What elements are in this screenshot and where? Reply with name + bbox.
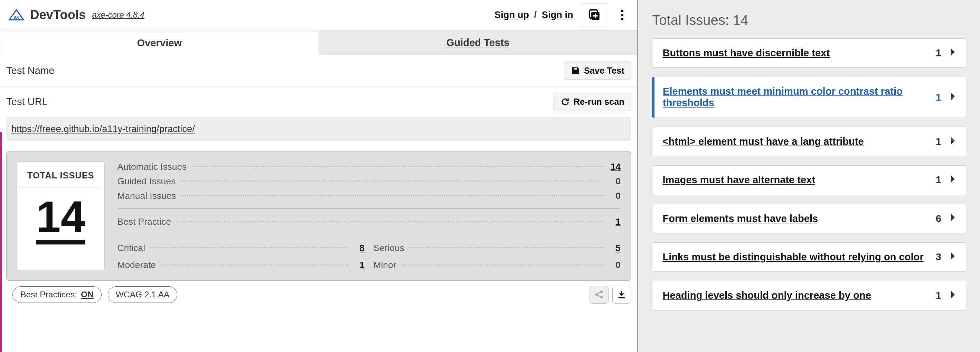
test-url-row: Test URL Re-run scan — [0, 86, 637, 117]
issue-title[interactable]: Heading levels should only increase by o… — [662, 290, 871, 301]
stat-row: Minor0 — [373, 260, 620, 271]
download-button[interactable] — [612, 286, 632, 304]
save-test-button[interactable]: Save Test — [564, 62, 631, 80]
issue-count: 1 — [936, 92, 941, 103]
stats-row-severity-2: Moderate1Minor0 — [117, 260, 620, 271]
stats-group-best-practice: Best Practice1 — [117, 217, 620, 227]
rerun-scan-button[interactable]: Re-run scan — [554, 93, 631, 111]
auth-separator: / — [534, 10, 537, 21]
svg-point-3 — [621, 10, 624, 12]
stat-value[interactable]: 1 — [353, 260, 364, 271]
app-subtitle[interactable]: axe-core 4.8.4 — [92, 10, 145, 20]
chevron-right-icon — [950, 213, 956, 224]
issue-row[interactable]: Links must be distinguishable without re… — [652, 242, 966, 272]
stats-row-severity-1: Critical8Serious5 — [117, 243, 620, 253]
stat-label: Serious — [373, 243, 404, 253]
save-test-button-label: Save Test — [584, 66, 624, 76]
svg-text:ax: ax — [14, 14, 19, 20]
stat-dots — [150, 247, 348, 248]
stat-row: Serious5 — [373, 243, 620, 253]
test-name-label: Test Name — [6, 65, 558, 76]
left-accent-bar — [0, 132, 2, 352]
stat-value-link[interactable]: 1 — [360, 260, 364, 270]
svg-point-7 — [595, 293, 597, 296]
stat-value-link[interactable]: 14 — [611, 161, 620, 172]
svg-point-4 — [621, 14, 624, 16]
total-issues-box: TOTAL ISSUES 14 — [17, 161, 105, 271]
issue-title[interactable]: <html> element must have a lang attribut… — [662, 136, 864, 147]
stat-row: Best Practice1 — [117, 217, 620, 227]
tab-guided-tests[interactable]: Guided Tests — [319, 30, 638, 55]
issue-row[interactable]: Elements must meet minimum color contras… — [652, 77, 966, 118]
app-title: DevTools — [30, 8, 86, 22]
issue-title[interactable]: Links must be distinguishable without re… — [662, 252, 923, 263]
rerun-scan-button-label: Re-run scan — [574, 97, 624, 107]
issue-row[interactable]: Form elements must have labels6 — [652, 204, 966, 233]
filter-chips-row: Best Practices: ON WCAG 2.1 AA — [0, 286, 637, 312]
issue-row[interactable]: Images must have alternate text1 — [652, 165, 966, 195]
stat-value: 0 — [609, 191, 620, 201]
issue-row[interactable]: Heading levels should only increase by o… — [652, 281, 966, 311]
stat-row: Critical8 — [117, 243, 364, 253]
issue-count: 1 — [936, 174, 941, 186]
top-header: ax DevTools axe-core 4.8.4 Sign up / Sig… — [0, 0, 637, 30]
stat-label: Critical — [117, 243, 145, 253]
issue-count: 1 — [936, 47, 941, 59]
more-menu-button[interactable] — [612, 3, 632, 27]
issue-row[interactable]: <html> element must have a lang attribut… — [652, 127, 966, 156]
chevron-right-icon — [950, 48, 956, 59]
auth-links: Sign up / Sign in — [495, 10, 573, 21]
chevron-right-icon — [950, 92, 956, 103]
test-url-label: Test URL — [6, 96, 547, 108]
test-name-row: Test Name Save Test — [0, 55, 637, 86]
stat-value-link[interactable]: 5 — [616, 243, 620, 253]
stat-value-link[interactable]: 1 — [616, 217, 620, 227]
chevron-right-icon — [950, 252, 956, 263]
stat-dots — [409, 247, 604, 248]
stat-dots — [161, 264, 348, 266]
issue-count: 1 — [936, 136, 941, 147]
issue-title[interactable]: Images must have alternate text — [662, 174, 815, 186]
best-practices-chip-value: ON — [81, 290, 94, 299]
sign-in-link[interactable]: Sign in — [542, 10, 573, 21]
stat-label: Minor — [373, 260, 396, 271]
summary-card: TOTAL ISSUES 14 Automatic Issues14Guided… — [6, 151, 631, 281]
share-button[interactable] — [590, 286, 609, 304]
test-url-link[interactable]: https://freee.github.io/a11y-training/pr… — [11, 123, 195, 134]
stat-value[interactable]: 14 — [609, 161, 620, 172]
issue-count: 1 — [936, 290, 941, 301]
stat-row: Automatic Issues14 — [117, 161, 620, 172]
stat-label: Manual Issues — [117, 191, 176, 201]
stat-label: Automatic Issues — [117, 161, 186, 172]
sign-up-link[interactable]: Sign up — [495, 10, 529, 21]
issues-panel-title: Total Issues: 14 — [652, 13, 966, 28]
left-panel: ax DevTools axe-core 4.8.4 Sign up / Sig… — [0, 0, 638, 352]
best-practices-toggle-chip[interactable]: Best Practices: ON — [13, 286, 101, 303]
stat-value[interactable]: 8 — [353, 243, 364, 253]
issue-title[interactable]: Elements must meet minimum color contras… — [663, 86, 936, 108]
issue-title[interactable]: Buttons must have discernible text — [662, 47, 830, 59]
stat-dots — [401, 264, 605, 266]
stat-row: Guided Issues0 — [117, 176, 620, 187]
test-url-value: https://freee.github.io/a11y-training/pr… — [6, 117, 631, 141]
stat-value[interactable]: 5 — [609, 243, 620, 253]
stat-dots — [192, 166, 605, 167]
tabs: Overview Guided Tests — [0, 30, 637, 55]
tab-overview[interactable]: Overview — [0, 31, 319, 55]
total-issues-number[interactable]: 14 — [36, 195, 85, 244]
best-practices-chip-label: Best Practices: — [21, 290, 77, 299]
stat-label: Moderate — [117, 260, 156, 271]
issue-list: Buttons must have discernible text1Eleme… — [652, 38, 966, 311]
stat-dots — [176, 221, 604, 222]
issue-title[interactable]: Form elements must have labels — [662, 213, 818, 225]
stat-value-link[interactable]: 8 — [360, 243, 364, 253]
stat-dots — [181, 180, 605, 182]
stats-group-issue-types: Automatic Issues14Guided Issues0Manual I… — [117, 161, 620, 201]
stat-value[interactable]: 1 — [609, 217, 620, 227]
issue-row[interactable]: Buttons must have discernible text1 — [652, 38, 966, 68]
wcag-level-chip[interactable]: WCAG 2.1 AA — [108, 286, 177, 303]
chevron-right-icon — [950, 290, 956, 301]
axe-logo-icon: ax — [8, 8, 25, 22]
chevron-right-icon — [950, 175, 956, 185]
add-page-button[interactable] — [582, 3, 607, 27]
